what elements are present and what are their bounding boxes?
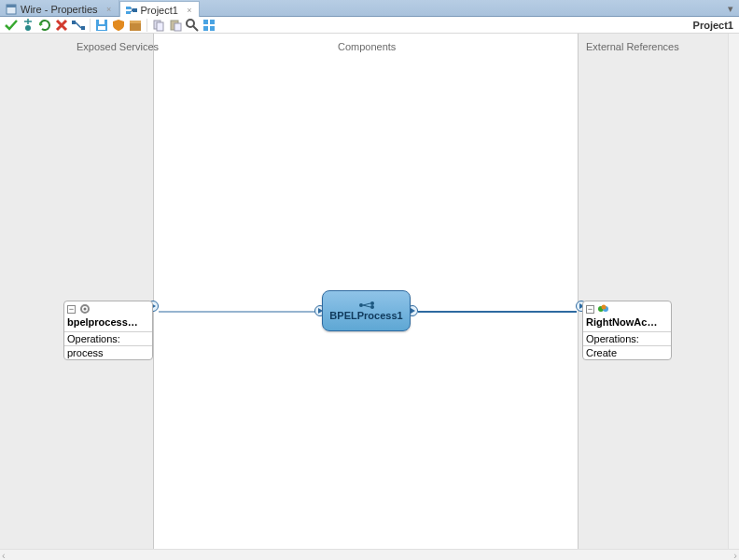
svg-point-35 (602, 305, 607, 310)
tab-wire-properties[interactable]: Wire - Properties × (0, 0, 119, 16)
svg-point-28 (370, 305, 374, 309)
service-title: bpelprocess1_clie... (64, 316, 145, 329)
svg-line-6 (131, 10, 132, 12)
svg-rect-8 (72, 21, 76, 24)
tab-label: Project1 (141, 5, 178, 16)
svg-rect-19 (174, 23, 181, 31)
svg-rect-2 (126, 7, 131, 9)
svg-line-10 (76, 22, 81, 28)
paste-button[interactable] (168, 18, 183, 33)
svg-line-21 (193, 26, 198, 31)
svg-point-26 (359, 303, 363, 307)
svg-rect-4 (132, 8, 137, 12)
operations-header: Operations: (64, 331, 152, 345)
svg-point-7 (25, 25, 31, 31)
lane-divider (578, 34, 579, 549)
external-reference-box[interactable]: − RightNowAccount... Operations: Create (582, 301, 672, 360)
bpel-icon (358, 301, 375, 310)
operation-item[interactable]: process (64, 345, 152, 359)
component-bpelprocess1[interactable]: BPELProcess1 (322, 290, 411, 331)
layout-button[interactable] (202, 18, 216, 33)
svg-rect-25 (210, 26, 215, 31)
composite-icon (126, 5, 137, 16)
copy-button[interactable] (151, 18, 166, 33)
lane-external-references-bg (579, 34, 728, 549)
operation-item[interactable]: Create (583, 345, 671, 359)
svg-rect-14 (130, 22, 141, 31)
save-button[interactable] (94, 18, 109, 33)
validate-button[interactable] (4, 18, 19, 33)
svg-rect-24 (203, 26, 208, 31)
gear-icon (78, 303, 91, 315)
delete-button[interactable] (54, 18, 69, 33)
composite-canvas[interactable]: Exposed Services Components External Ref… (0, 34, 739, 549)
svg-rect-9 (81, 26, 85, 30)
adapter-icon (597, 303, 610, 315)
exposed-service-box[interactable]: − bpelprocess1_clie... Operations: proce… (63, 301, 153, 360)
security-button[interactable] (111, 18, 126, 33)
window-icon (6, 4, 17, 15)
svg-rect-15 (130, 21, 141, 23)
operations-header: Operations: (583, 331, 671, 345)
refresh-button[interactable] (37, 18, 52, 33)
horizontal-scrollbar[interactable]: ‹ › (0, 549, 739, 560)
svg-rect-22 (203, 20, 208, 24)
reference-title: RightNowAccount... (583, 316, 663, 329)
wire-service-to-component[interactable] (159, 311, 315, 313)
collapse-icon[interactable]: − (586, 305, 594, 314)
svg-rect-12 (99, 20, 105, 24)
editor-tabstrip: Wire - Properties × Project1 × ▾ (0, 0, 739, 17)
svg-point-20 (187, 20, 194, 27)
component-label: BPELProcess1 (329, 310, 402, 321)
svg-rect-23 (210, 20, 215, 24)
svg-line-30 (363, 305, 370, 307)
svg-point-32 (84, 308, 87, 311)
collapse-icon[interactable]: − (67, 305, 76, 314)
toolbar-separator (146, 19, 147, 32)
scroll-right-arrow[interactable]: › (733, 550, 737, 561)
lane-exposed-services-bg (0, 34, 153, 549)
editor-toolbar: Project1 (0, 17, 739, 34)
editor-title: Project1 (693, 17, 733, 34)
svg-line-29 (363, 303, 370, 305)
scroll-left-arrow[interactable]: ‹ (2, 550, 6, 561)
close-icon[interactable]: × (105, 6, 113, 13)
svg-rect-3 (126, 11, 131, 14)
lane-header-external: External References (586, 41, 679, 52)
wire-component-to-reference[interactable] (418, 311, 577, 313)
connect-button[interactable] (71, 18, 86, 33)
svg-rect-13 (98, 26, 105, 30)
search-button[interactable] (185, 18, 200, 33)
toolbar-separator (90, 19, 91, 32)
svg-point-27 (370, 301, 374, 305)
vertical-scrollbar[interactable] (728, 34, 739, 549)
svg-rect-1 (7, 5, 16, 7)
tab-project1[interactable]: Project1 × (119, 1, 200, 17)
lane-header-exposed: Exposed Services (77, 41, 159, 52)
package-button[interactable] (128, 18, 143, 33)
lane-divider (153, 34, 154, 549)
test-button[interactable] (21, 18, 35, 33)
close-icon[interactable]: × (186, 7, 193, 14)
svg-line-5 (131, 7, 132, 10)
svg-rect-17 (157, 22, 163, 31)
tab-overflow-dropdown[interactable]: ▾ (724, 2, 737, 15)
lane-header-components: Components (338, 41, 396, 52)
tab-label: Wire - Properties (21, 4, 98, 15)
